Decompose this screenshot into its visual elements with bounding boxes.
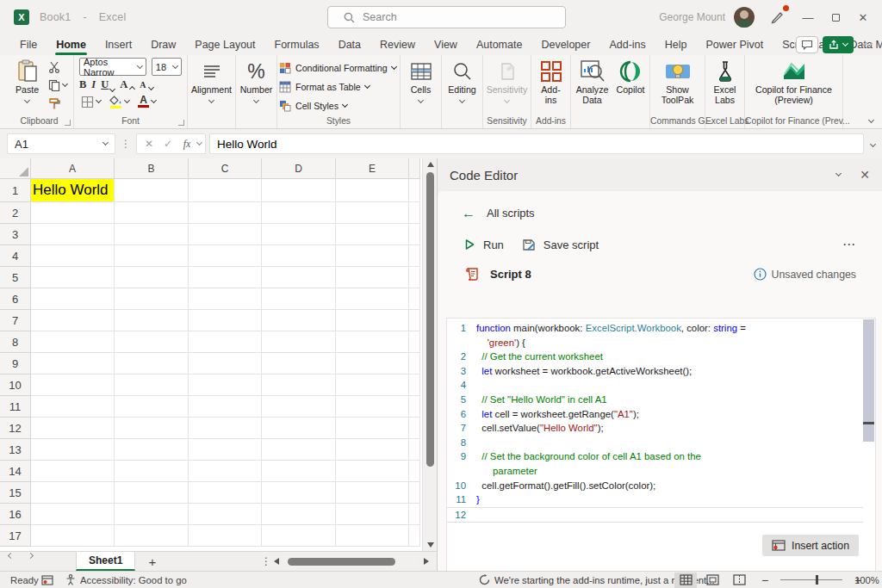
tab-home[interactable]: Home: [47, 34, 96, 55]
italic-button[interactable]: I: [91, 78, 96, 91]
cell-C13[interactable]: [189, 439, 262, 461]
formula-input[interactable]: Hello World: [209, 133, 864, 154]
cell-D14[interactable]: [262, 461, 336, 482]
row-header-16[interactable]: 16: [0, 504, 31, 525]
zoom-out-button[interactable]: −: [761, 573, 768, 587]
code-line-5[interactable]: 5 // Set "Hello World" in cell A1: [447, 393, 875, 407]
cell-D1[interactable]: [262, 179, 336, 202]
cell-D10[interactable]: [262, 374, 336, 396]
presenter-pen-icon[interactable]: [768, 9, 787, 26]
cell-B10[interactable]: [115, 374, 189, 396]
cell-partial16[interactable]: [409, 504, 420, 525]
cell-partial1[interactable]: [409, 179, 420, 202]
page-layout-view-button[interactable]: [701, 573, 724, 588]
cell-A11[interactable]: [31, 396, 115, 418]
cell-E11[interactable]: [336, 396, 409, 418]
cell-partial4[interactable]: [409, 245, 420, 267]
scroll-down-icon[interactable]: [423, 539, 438, 551]
save-icon[interactable]: [522, 238, 536, 251]
ribbon-button-format-as-table[interactable]: Format as Table: [279, 78, 398, 95]
cell-C12[interactable]: [189, 418, 262, 439]
code-editor[interactable]: 1function main(workbook: ExcelScript.Wor…: [446, 318, 876, 571]
cell-D15[interactable]: [262, 482, 336, 504]
tab-view[interactable]: View: [425, 34, 467, 55]
dropdown-chevron-icon[interactable]: [124, 97, 130, 103]
column-header-A[interactable]: A: [31, 158, 115, 179]
cell-B14[interactable]: [115, 461, 189, 482]
cell-partial7[interactable]: [409, 310, 420, 331]
accessibility-status[interactable]: Accessibility: Good to go: [65, 572, 187, 588]
prev-sheet-icon[interactable]: [8, 553, 14, 559]
cell-B9[interactable]: [115, 353, 189, 374]
cell-C1[interactable]: [189, 179, 262, 202]
dropdown-chevron-icon[interactable]: [391, 63, 397, 69]
cancel-entry-icon[interactable]: ✕: [140, 138, 158, 150]
insert-action-button[interactable]: Insert action: [762, 535, 859, 556]
row-header-5[interactable]: 5: [0, 267, 31, 288]
cell-A3[interactable]: [31, 224, 115, 245]
tab-review[interactable]: Review: [370, 34, 425, 55]
dropdown-chevron-icon[interactable]: [61, 81, 67, 87]
share-button[interactable]: [823, 36, 854, 53]
row-header-8[interactable]: 8: [0, 331, 31, 353]
ribbon-button-cells[interactable]: Cells: [404, 58, 438, 104]
close-button[interactable]: ✕: [851, 7, 875, 28]
code-line-3[interactable]: 3 let worksheet = workbook.getActiveWork…: [447, 364, 875, 379]
code-line-8[interactable]: 8: [447, 436, 875, 450]
code-line-1[interactable]: 1function main(workbook: ExcelScript.Wor…: [447, 321, 875, 336]
name-box[interactable]: A1: [7, 133, 115, 154]
cell-B17[interactable]: [115, 525, 189, 547]
cell-partial12[interactable]: [409, 418, 420, 439]
cell-E9[interactable]: [336, 353, 409, 374]
cell-C11[interactable]: [189, 396, 262, 418]
cell-partial3[interactable]: [409, 224, 420, 245]
cell-C16[interactable]: [189, 504, 262, 525]
zoom-level[interactable]: 100%: [854, 572, 879, 588]
cell-partial17[interactable]: [409, 525, 420, 547]
dropdown-chevron-icon[interactable]: [96, 97, 102, 103]
script-name[interactable]: Script 8: [490, 268, 531, 281]
cell-B16[interactable]: [115, 504, 189, 525]
ribbon-button-copilot[interactable]: Copilot: [613, 58, 648, 97]
cell-E8[interactable]: [336, 331, 409, 353]
cell-E7[interactable]: [336, 310, 409, 331]
borders-button[interactable]: [79, 94, 102, 109]
bold-button[interactable]: B: [79, 78, 86, 91]
sheetbar-splitter[interactable]: ⋮: [261, 555, 271, 567]
cell-A15[interactable]: [31, 482, 115, 504]
code-line-7[interactable]: 7 cell.setValue("Hello World");: [447, 421, 875, 436]
cell-A2[interactable]: [31, 202, 115, 224]
cell-partial2[interactable]: [409, 202, 420, 224]
dropdown-chevron-icon[interactable]: [342, 101, 348, 107]
page-break-view-button[interactable]: [728, 573, 750, 588]
cell-E16[interactable]: [336, 504, 409, 525]
cell-A1[interactable]: Hello World: [31, 179, 115, 202]
cell-D12[interactable]: [262, 418, 336, 439]
dropdown-chevron-icon[interactable]: [151, 97, 157, 103]
cell-C17[interactable]: [189, 525, 262, 547]
code-line-wrap[interactable]: parameter: [447, 464, 875, 479]
zoom-slider-thumb[interactable]: [816, 575, 819, 585]
comments-button[interactable]: [796, 36, 818, 53]
cut-button[interactable]: [47, 59, 69, 75]
cell-D5[interactable]: [262, 267, 336, 288]
tab-add-ins[interactable]: Add-ins: [599, 34, 655, 55]
cell-E13[interactable]: [336, 439, 409, 461]
insert-function-icon[interactable]: fx: [178, 138, 196, 151]
row-header-6[interactable]: 6: [0, 288, 31, 310]
cell-A16[interactable]: [31, 504, 115, 525]
tab-file[interactable]: File: [10, 34, 47, 55]
ribbon-button-analyze-data[interactable]: Analyze Data: [573, 58, 612, 107]
dropdown-chevron-icon[interactable]: [459, 96, 465, 102]
row-header-11[interactable]: 11: [0, 396, 31, 418]
code-line-10[interactable]: 10 cell.getFormat().getFill().setColor(c…: [447, 479, 875, 493]
ribbon-button-alignment[interactable]: Alignment: [189, 58, 233, 104]
normal-view-button[interactable]: [674, 573, 697, 588]
cell-A14[interactable]: [31, 461, 115, 482]
row-header-9[interactable]: 9: [0, 353, 31, 374]
cell-E2[interactable]: [336, 202, 409, 224]
horizontal-scroll-thumb[interactable]: [288, 558, 395, 566]
scroll-left-icon[interactable]: [274, 555, 284, 567]
dropdown-chevron-icon[interactable]: [109, 86, 115, 92]
code-line-12[interactable]: 12: [447, 507, 863, 523]
